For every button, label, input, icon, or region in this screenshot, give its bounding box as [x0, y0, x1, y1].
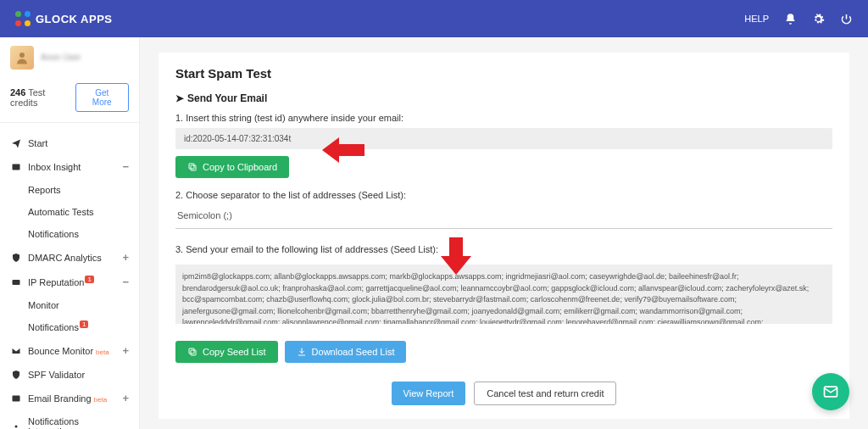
chat-fab[interactable] — [812, 373, 849, 410]
sidebar-item-bounce[interactable]: Bounce Monitorbeta+ — [0, 338, 139, 363]
svg-point-4 — [14, 426, 17, 428]
collapse-icon: − — [122, 276, 129, 288]
annotation-arrow-1 — [322, 137, 364, 163]
mail-icon — [822, 383, 839, 400]
svg-point-0 — [19, 53, 25, 58]
user-block[interactable]: Anon User — [0, 37, 139, 78]
step2-label: 2. Choose separator to the list of addre… — [175, 190, 832, 200]
gear-icon — [10, 421, 21, 430]
top-navbar: GLOCK APPS HELP — [0, 0, 868, 37]
page-title: Start Spam Test — [175, 66, 832, 81]
sidebar-item-start[interactable]: Start — [0, 131, 139, 154]
section-title: ➤Send Your Email — [175, 92, 832, 104]
cancel-test-button[interactable]: Cancel test and return credit — [474, 382, 616, 405]
sidebar-item-automatic-tests[interactable]: Automatic Tests — [0, 201, 139, 223]
annotation-arrow-2 — [441, 237, 471, 275]
copy-icon — [187, 347, 198, 357]
avatar — [10, 46, 34, 70]
svg-rect-6 — [189, 164, 194, 169]
separator-select[interactable] — [175, 205, 832, 229]
collapse-icon: − — [122, 160, 129, 173]
badge-icon: 1 — [80, 320, 88, 328]
get-more-button[interactable]: Get More — [75, 83, 130, 112]
download-seed-button[interactable]: Download Seed List — [285, 341, 407, 363]
sidebar-item-notifications[interactable]: Notifications — [0, 223, 139, 245]
check-shield-icon — [10, 369, 21, 380]
copy-clipboard-button[interactable]: Copy to Clipboard — [175, 156, 289, 178]
brand-text: GLOCK APPS — [36, 13, 112, 25]
svg-rect-3 — [12, 395, 19, 401]
sidebar-item-reports[interactable]: Reports — [0, 179, 139, 201]
copy-seed-button[interactable]: Copy Seed List — [175, 341, 278, 363]
sidebar-item-monitor[interactable]: Monitor — [0, 294, 139, 316]
svg-rect-1 — [12, 164, 19, 170]
sidebar-item-notifications-2[interactable]: Notifications1 — [0, 316, 139, 338]
seed-list-textarea[interactable] — [175, 265, 832, 324]
view-report-button[interactable]: View Report — [392, 382, 466, 405]
ip-icon — [10, 276, 21, 287]
gear-icon[interactable] — [812, 13, 825, 25]
copy-icon — [187, 162, 198, 172]
envelope-icon — [10, 345, 21, 356]
paper-plane-icon — [10, 137, 21, 148]
sidebar-item-inbox-insight[interactable]: Inbox Insight− — [0, 154, 139, 179]
bell-icon[interactable] — [784, 13, 797, 25]
shield-icon — [10, 252, 21, 263]
test-id-field[interactable]: id:2020-05-14-07:32:31:034t — [175, 128, 832, 149]
logo[interactable]: GLOCK APPS — [15, 11, 112, 26]
svg-rect-8 — [189, 348, 194, 354]
mail-icon — [10, 393, 21, 404]
sidebar-item-spf[interactable]: SPF Validator — [0, 363, 139, 386]
send-icon: ➤ — [175, 92, 184, 104]
step1-label: 1. Insert this string (test id) anywhere… — [175, 113, 832, 123]
help-link[interactable]: HELP — [744, 14, 769, 24]
credits-row: 246 Test credits Get More — [0, 78, 139, 123]
step3-label: 3. Send your email to the following list… — [175, 244, 832, 254]
sidebar-item-notif-integrations[interactable]: Notifications Integrations — [0, 410, 139, 429]
user-name: Anon User — [41, 53, 81, 63]
expand-icon: + — [122, 344, 129, 357]
download-icon — [297, 347, 307, 357]
expand-icon: + — [122, 251, 129, 264]
credits-count: 246 — [10, 87, 25, 98]
inbox-icon — [10, 161, 21, 172]
svg-rect-7 — [191, 350, 196, 355]
power-icon[interactable] — [840, 13, 853, 25]
svg-rect-5 — [191, 165, 196, 170]
sidebar-item-ip-reputation[interactable]: IP Reputation1− — [0, 270, 139, 294]
expand-icon: + — [122, 392, 129, 404]
sidebar-item-dmarc[interactable]: DMARC Analytics+ — [0, 245, 139, 270]
badge-icon: 1 — [85, 276, 93, 283]
main-content: Start Spam Test ➤Send Your Email 1. Inse… — [140, 37, 868, 429]
sidebar: Anon User 246 Test credits Get More Star… — [0, 37, 140, 429]
sidebar-item-email-branding[interactable]: Email Brandingbeta+ — [0, 386, 139, 410]
svg-rect-2 — [12, 280, 19, 285]
logo-icon — [15, 11, 31, 26]
